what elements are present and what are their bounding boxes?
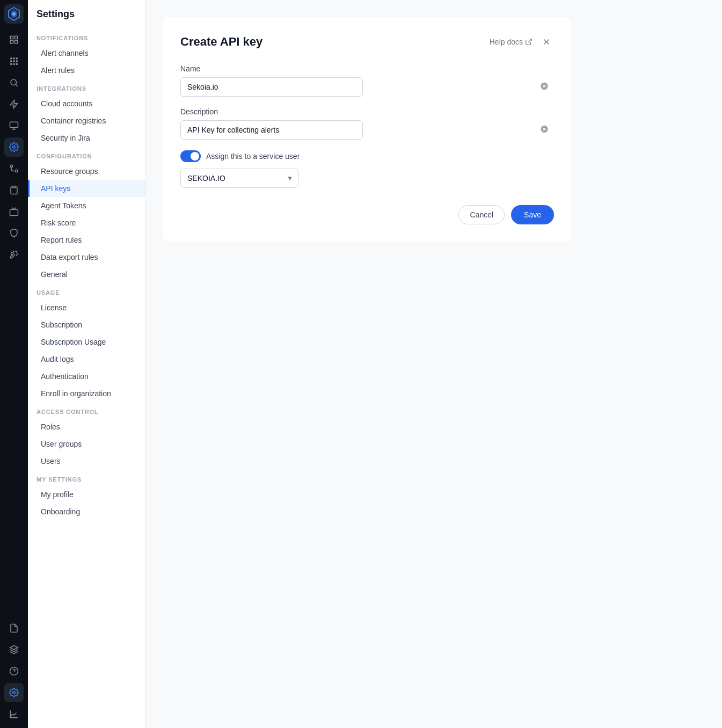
- close-button[interactable]: [539, 34, 554, 49]
- sidebar-section-access-control: ACCESS CONTROL: [28, 402, 145, 418]
- sidebar-item-alert-channels[interactable]: Alert channels: [28, 45, 145, 62]
- svg-point-5: [11, 58, 12, 59]
- nav-media[interactable]: [4, 202, 24, 221]
- main-content: Create API key Help docs Name De: [146, 0, 722, 728]
- nav-monitor[interactable]: [4, 116, 24, 135]
- app-logo[interactable]: [4, 4, 24, 24]
- sidebar-title: Settings: [28, 9, 145, 28]
- nav-layers[interactable]: [4, 640, 24, 659]
- nav-activity[interactable]: [4, 94, 24, 114]
- sidebar-item-users[interactable]: Users: [28, 453, 145, 470]
- nav-docs[interactable]: [4, 618, 24, 638]
- help-docs-link[interactable]: Help docs: [490, 38, 533, 46]
- assign-toggle-label: Assign this to a service user: [206, 152, 300, 161]
- svg-rect-1: [10, 36, 13, 39]
- service-user-select[interactable]: SEKOIA.IO Other user: [180, 169, 298, 188]
- sidebar-item-alert-rules[interactable]: Alert rules: [28, 62, 145, 79]
- sidebar-item-license[interactable]: License: [28, 299, 145, 316]
- sidebar-item-agent-tokens[interactable]: Agent Tokens: [28, 197, 145, 214]
- sidebar-item-general[interactable]: General: [28, 266, 145, 283]
- nav-hammer[interactable]: [4, 245, 24, 264]
- sidebar-item-subscription[interactable]: Subscription: [28, 316, 145, 333]
- nav-workflow[interactable]: [4, 159, 24, 178]
- create-api-key-panel: Create API key Help docs Name De: [163, 17, 571, 242]
- sidebar-item-resource-groups[interactable]: Resource groups: [28, 163, 145, 180]
- sidebar-item-audit-logs[interactable]: Audit logs: [28, 351, 145, 368]
- nav-help[interactable]: [4, 661, 24, 681]
- save-button[interactable]: Save: [511, 205, 554, 224]
- sidebar-item-data-export-rules[interactable]: Data export rules: [28, 249, 145, 266]
- sidebar-item-report-rules[interactable]: Report rules: [28, 231, 145, 249]
- svg-marker-16: [10, 100, 18, 108]
- svg-point-9: [13, 61, 14, 62]
- svg-rect-2: [15, 36, 18, 39]
- name-label: Name: [180, 64, 554, 73]
- svg-point-13: [16, 63, 17, 64]
- sidebar-item-risk-score[interactable]: Risk score: [28, 214, 145, 231]
- name-field-group: Name: [180, 64, 554, 97]
- sidebar-item-api-keys[interactable]: API keys: [28, 180, 145, 197]
- panel-title: Create API key: [180, 35, 262, 49]
- sidebar-item-my-profile[interactable]: My profile: [28, 486, 145, 503]
- svg-point-28: [13, 691, 16, 694]
- sidebar-item-security-in-jira[interactable]: Security in Jira: [28, 129, 145, 147]
- sidebar-item-enroll-in-organization[interactable]: Enroll in organization: [28, 385, 145, 402]
- sidebar-item-container-registries[interactable]: Container registries: [28, 112, 145, 129]
- nav-search[interactable]: [4, 73, 24, 92]
- sidebar-item-subscription-usage[interactable]: Subscription Usage: [28, 333, 145, 351]
- svg-rect-3: [15, 41, 18, 43]
- nav-settings-bottom[interactable]: [4, 683, 24, 702]
- sidebar-item-cloud-accounts[interactable]: Cloud accounts: [28, 95, 145, 112]
- name-input[interactable]: [180, 77, 363, 97]
- nav-shield[interactable]: [4, 223, 24, 243]
- sidebar-item-roles[interactable]: Roles: [28, 418, 145, 435]
- description-clear-icon[interactable]: [540, 125, 549, 135]
- sidebar: Settings NOTIFICATIONSAlert channelsAler…: [28, 0, 146, 728]
- description-input-wrapper: [180, 120, 554, 140]
- svg-rect-23: [12, 186, 16, 188]
- cancel-button[interactable]: Cancel: [458, 205, 505, 224]
- nav-reports[interactable]: [4, 704, 24, 724]
- sidebar-section-integrations: INTEGRATIONS: [28, 79, 145, 95]
- svg-point-12: [13, 63, 14, 64]
- help-docs-label: Help docs: [490, 38, 523, 46]
- description-label: Description: [180, 107, 554, 116]
- sidebar-section-configuration: CONFIGURATION: [28, 147, 145, 163]
- assign-service-user-toggle[interactable]: [180, 150, 201, 162]
- service-user-select-wrapper: SEKOIA.IO Other user ▼: [180, 169, 298, 188]
- service-user-group: SEKOIA.IO Other user ▼: [180, 169, 554, 188]
- sidebar-item-onboarding[interactable]: Onboarding: [28, 503, 145, 520]
- panel-header-actions: Help docs: [490, 34, 554, 49]
- assign-toggle-row: Assign this to a service user: [180, 150, 554, 162]
- sidebar-item-authentication[interactable]: Authentication: [28, 368, 145, 385]
- svg-point-6: [13, 58, 14, 59]
- svg-point-21: [15, 170, 18, 172]
- external-link-icon: [525, 38, 533, 46]
- svg-point-8: [11, 61, 12, 62]
- svg-rect-17: [10, 122, 18, 128]
- nav-settings[interactable]: [4, 137, 24, 157]
- sidebar-section-usage: USAGE: [28, 283, 145, 299]
- name-clear-icon[interactable]: [540, 82, 549, 92]
- svg-point-20: [13, 146, 16, 149]
- nav-clipboard[interactable]: [4, 180, 24, 200]
- svg-point-22: [10, 165, 13, 168]
- svg-point-7: [16, 58, 17, 59]
- form-actions: Cancel Save: [180, 205, 554, 224]
- svg-line-29: [528, 39, 531, 42]
- sidebar-item-user-groups[interactable]: User groups: [28, 435, 145, 453]
- svg-point-10: [16, 61, 17, 62]
- svg-point-11: [11, 63, 12, 64]
- description-input[interactable]: [180, 120, 363, 140]
- description-field-group: Description: [180, 107, 554, 140]
- svg-marker-25: [10, 646, 18, 650]
- sidebar-section-my-settings: MY SETTINGS: [28, 470, 145, 486]
- svg-rect-4: [10, 41, 13, 43]
- svg-rect-24: [10, 209, 18, 215]
- panel-header: Create API key Help docs: [180, 34, 554, 49]
- sidebar-section-notifications: NOTIFICATIONS: [28, 28, 145, 45]
- nav-dashboard[interactable]: [4, 30, 24, 49]
- svg-point-14: [11, 79, 17, 85]
- icon-bar: [0, 0, 28, 728]
- nav-apps[interactable]: [4, 52, 24, 71]
